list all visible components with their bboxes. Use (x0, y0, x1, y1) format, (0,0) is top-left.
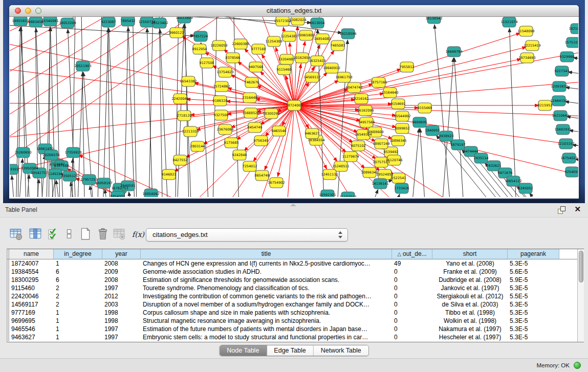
network-edge[interactable] (228, 88, 294, 105)
memory-ok-indicator[interactable] (574, 362, 581, 369)
table-cell[interactable]: Corpus callosum shape and size in male p… (141, 309, 392, 317)
table-cell[interactable]: 1 (54, 309, 102, 317)
table-cell[interactable]: Disruption of a novel member of a sodium… (141, 300, 392, 309)
column-header-pagerank[interactable]: pagerank (508, 249, 559, 259)
network-edge[interactable] (568, 72, 578, 78)
column-header-in_degree[interactable]: in_degree (54, 249, 102, 259)
network-edge[interactable] (148, 17, 154, 197)
table-row[interactable]: 911546021997Tourette syndrome. Phenomeno… (7, 284, 584, 292)
table-cell[interactable]: 9465546 (9, 325, 54, 333)
table-cell[interactable]: 0 (392, 276, 432, 284)
network-edge[interactable] (454, 58, 465, 197)
network-edge[interactable] (294, 105, 578, 190)
table-cell[interactable]: Stergiakouli et al. (2012) (432, 292, 508, 300)
table-row[interactable]: 1456911722003Disruption of a novel membe… (7, 300, 584, 309)
table-cell[interactable]: 0 (392, 268, 432, 276)
table-cell[interactable]: Yano et al. (2008) (432, 259, 508, 268)
table-cell[interactable]: 5.3E-5 (508, 259, 559, 268)
table-cell[interactable]: Embryonic stem cells: a model to study s… (141, 333, 392, 341)
column-header-short[interactable]: short (432, 249, 508, 259)
table-cell[interactable]: 0 (392, 325, 432, 333)
network-edge[interactable] (294, 41, 578, 105)
table-cell[interactable]: 1998 (102, 317, 141, 325)
table-cell[interactable]: Tourette syndrome. Phenomenology and cla… (141, 284, 392, 292)
table-cell[interactable]: 6 (54, 276, 102, 284)
table-cell[interactable]: 0 (392, 309, 432, 317)
table-cell[interactable]: 5.3E-5 (508, 333, 559, 341)
table-cell[interactable]: 9699695 (9, 317, 54, 325)
table-cell[interactable]: Jankovic et al. (1997) (432, 284, 508, 292)
table-settings-button[interactable] (8, 227, 24, 242)
column-header-year[interactable]: year (102, 249, 141, 259)
table-cell[interactable]: 5.3E-5 (508, 309, 559, 317)
table-cell[interactable]: 2008 (102, 259, 141, 268)
table-cell[interactable]: 0 (392, 284, 432, 292)
network-edge[interactable] (132, 17, 137, 197)
table-cell[interactable]: 9115460 (9, 284, 54, 292)
table-cell[interactable]: 6 (54, 268, 102, 276)
table-cell[interactable]: 0 (392, 292, 432, 300)
table-cell[interactable]: 0 (392, 333, 432, 341)
column-header-name[interactable]: name (9, 249, 54, 259)
table-cell[interactable]: Franke et al. (2009) (432, 268, 508, 276)
table-cell[interactable]: 1 (54, 333, 102, 341)
table-cell[interactable]: 9463627 (9, 333, 54, 341)
network-edge[interactable] (147, 28, 154, 197)
table-cell[interactable]: 14569117 (9, 300, 54, 309)
table-cell[interactable]: Estimation of significance thresholds fo… (141, 276, 392, 284)
table-cell[interactable]: 1997 (102, 284, 141, 292)
table-row[interactable]: 977716911998Corpus callosum shape and si… (7, 309, 584, 317)
network-edge[interactable] (530, 193, 578, 197)
close-panel-icon[interactable]: ✕ (574, 205, 581, 214)
table-cell[interactable]: 5.3E-5 (508, 284, 559, 292)
minimize-window-button[interactable] (25, 8, 31, 14)
table-cell[interactable]: 19384554 (9, 268, 54, 276)
table-cell[interactable]: Wolkin et al. (1998) (432, 317, 508, 325)
column-header-title[interactable]: title (141, 249, 392, 259)
table-cell[interactable]: 5.9E-5 (508, 276, 559, 284)
select-all-button[interactable] (46, 227, 61, 242)
network-edge[interactable] (358, 189, 378, 197)
table-cell[interactable]: 2 (54, 300, 102, 309)
network-edge[interactable] (294, 47, 526, 105)
table-select-dropdown[interactable]: citations_edges.txt (146, 228, 348, 242)
table-row[interactable]: 1938455462009Genome-wide association stu… (7, 268, 584, 276)
delete-entries-button[interactable] (95, 227, 111, 242)
column-header-out_de[interactable]: △out_de... (392, 249, 432, 259)
table-cell[interactable]: 1 (54, 325, 102, 333)
table-cell[interactable]: Structural magnetic resonance image aver… (141, 317, 392, 325)
close-window-button[interactable] (15, 8, 21, 14)
table-cell[interactable]: Hescheler et al. (1997) (432, 333, 508, 341)
table-cell[interactable]: 5.5E-5 (508, 292, 559, 300)
network-edge[interactable] (10, 17, 178, 123)
table-cell[interactable]: 2003 (102, 300, 141, 309)
table-cell[interactable]: Dudbridge et al. (2008) (432, 276, 508, 284)
scrollbar-thumb[interactable] (579, 251, 583, 282)
table-cell[interactable]: Estimation of the future numbers of pati… (141, 325, 392, 333)
window-titlebar[interactable]: citations_edges.txt (9, 5, 579, 17)
table-cell[interactable]: 2 (54, 284, 102, 292)
network-edge[interactable] (12, 176, 15, 197)
table-row[interactable]: 946554611997Estimation of the future num… (7, 325, 584, 333)
network-edge[interactable] (105, 189, 110, 197)
network-edge[interactable] (409, 128, 419, 197)
table-cell[interactable]: 1997 (102, 333, 141, 341)
unselect-all-button[interactable] (61, 227, 77, 242)
table-row[interactable]: 969969511998Structural magnetic resonanc… (7, 317, 584, 325)
network-canvas[interactable]: 1872400786601238912954182260589127508165… (10, 17, 578, 197)
network-edge[interactable] (109, 28, 118, 197)
network-edge[interactable] (36, 179, 39, 197)
table-row[interactable]: 1872400712008Changes of HCN gene express… (7, 259, 584, 268)
network-edge[interactable] (97, 17, 102, 197)
table-cell[interactable]: Tibbo et al. (1998) (432, 309, 508, 317)
table-cell[interactable]: Genome-wide association studies in ADHD. (141, 268, 392, 276)
table-cell[interactable]: 2009 (102, 268, 141, 276)
table-cell[interactable]: 18300295 (9, 276, 54, 284)
table-row[interactable]: 2242004622012Investigating the contribut… (7, 292, 584, 300)
tab-edge-table[interactable]: Edge Table (267, 345, 313, 356)
new-table-button[interactable] (78, 227, 93, 242)
network-edge[interactable] (381, 194, 400, 197)
table-cell[interactable]: 2 (54, 292, 102, 300)
network-edge[interactable] (129, 192, 133, 197)
network-edge[interactable] (124, 17, 129, 197)
